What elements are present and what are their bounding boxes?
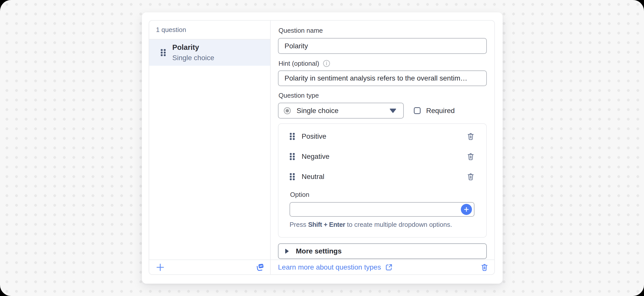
add-option-button[interactable] (461, 204, 472, 215)
option-row: Neutral (290, 170, 474, 183)
footer-left (149, 260, 271, 274)
helper-shortcut: Shift + Enter (308, 221, 345, 228)
single-choice-radio-icon (284, 107, 291, 115)
question-name-label: Question name (278, 26, 487, 34)
required-toggle[interactable]: Required (414, 107, 455, 115)
duplicate-question-button[interactable] (255, 263, 265, 272)
question-name-input[interactable] (278, 38, 487, 54)
hint-input[interactable] (278, 70, 487, 86)
question-item-text: Polarity Single choice (172, 43, 214, 62)
question-type-label: Question type (278, 91, 487, 99)
panel-footer: Learn more about question types (149, 260, 494, 274)
trash-icon (467, 132, 474, 140)
panel-main: 1 question Polarity Single choice (149, 21, 494, 260)
trash-icon (467, 173, 474, 181)
new-option-label: Option (290, 191, 474, 199)
options-helper-text: Press Shift + Enter to create multiple d… (290, 221, 474, 229)
duplicate-icon (255, 262, 266, 273)
hint-label: Hint (optional) (278, 59, 319, 67)
question-editor-form: Question name Hint (optional) Question t… (271, 21, 494, 260)
trash-icon (481, 263, 488, 271)
plus-icon (156, 263, 165, 272)
chevron-down-icon (390, 108, 396, 113)
question-type-row: Single choice Required (278, 103, 487, 119)
add-question-button[interactable] (156, 263, 165, 272)
footer-right: Learn more about question types (271, 260, 494, 274)
more-settings-toggle[interactable]: More settings (278, 243, 487, 259)
delete-option-button[interactable] (467, 132, 474, 140)
required-checkbox[interactable] (414, 107, 421, 114)
delete-question-button[interactable] (481, 263, 488, 271)
options-panel: Positive (278, 123, 487, 238)
new-option-input[interactable] (290, 202, 474, 217)
helper-prefix: Press (290, 221, 308, 228)
question-type-dropdown[interactable]: Single choice (278, 103, 404, 119)
option-row: Negative (290, 150, 474, 163)
question-item-title: Polarity (172, 43, 214, 52)
question-editor-card: 1 question Polarity Single choice (142, 12, 503, 284)
learn-more-link[interactable]: Learn more about question types (278, 263, 393, 271)
required-label: Required (426, 107, 455, 115)
option-row: Positive (290, 130, 474, 143)
delete-option-button[interactable] (467, 153, 474, 161)
trash-icon (467, 153, 474, 161)
option-label: Negative (302, 153, 460, 161)
drag-handle-icon[interactable] (290, 133, 295, 140)
plus-icon (463, 206, 469, 212)
questions-sidebar: 1 question Polarity Single choice (149, 21, 271, 260)
question-type-value: Single choice (297, 107, 384, 115)
drag-handle-icon[interactable] (290, 153, 295, 160)
option-label: Positive (302, 132, 460, 140)
question-item-subtitle: Single choice (172, 54, 214, 62)
external-link-icon (385, 263, 393, 271)
more-settings-label: More settings (296, 247, 342, 255)
caret-right-icon (285, 249, 289, 254)
delete-option-button[interactable] (467, 173, 474, 181)
sidebar-item-polarity[interactable]: Polarity Single choice (149, 40, 270, 66)
question-editor-panel: 1 question Polarity Single choice (149, 20, 495, 275)
question-count-label: 1 question (149, 21, 270, 40)
drag-handle-icon[interactable] (160, 49, 166, 56)
hint-label-row: Hint (optional) (278, 59, 487, 67)
drag-handle-icon[interactable] (290, 173, 295, 180)
option-label: Neutral (302, 173, 460, 181)
new-option-input-wrap (290, 202, 474, 217)
learn-more-label: Learn more about question types (278, 263, 381, 271)
app-background: 1 question Polarity Single choice (0, 0, 644, 296)
helper-suffix: to create multiple dropdown options. (345, 221, 452, 228)
info-icon[interactable] (323, 60, 330, 67)
